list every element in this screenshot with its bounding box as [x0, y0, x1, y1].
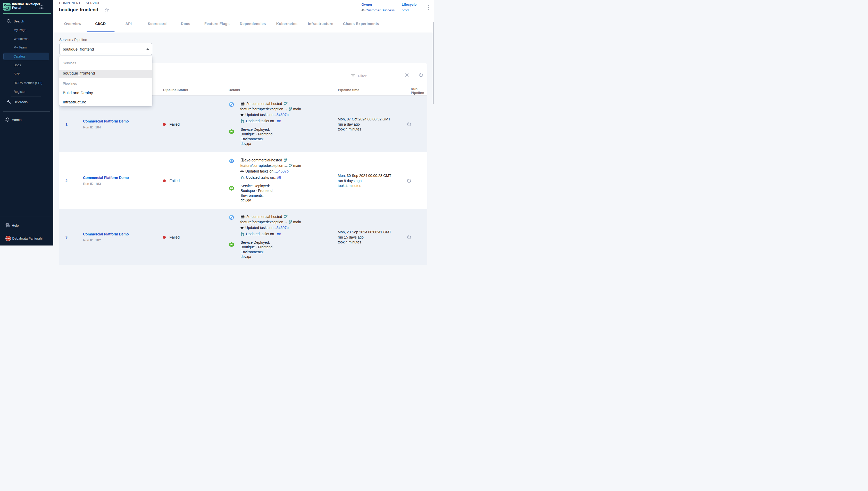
svg-text:?: ? — [6, 223, 8, 226]
